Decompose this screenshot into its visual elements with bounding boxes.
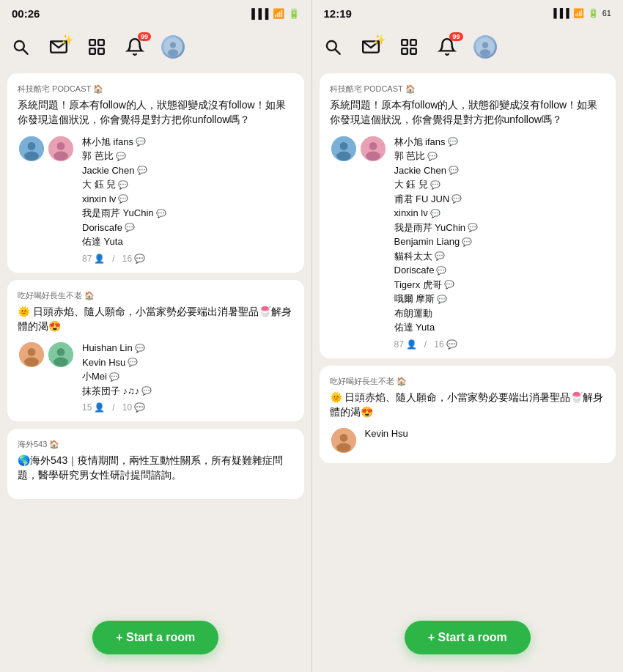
expanded-room-channel: 科技酷宅 PODCAST 🏠 — [330, 84, 606, 95]
grid-button[interactable] — [85, 35, 108, 59]
signal-icon: ▐▐▐ — [248, 8, 269, 19]
speaker-2-3: 小Mei 💬 — [82, 369, 294, 384]
chat-icon: 💬 — [128, 356, 138, 369]
speaker-1-7: Doriscafe 💬 — [82, 221, 294, 235]
svg-point-18 — [24, 358, 39, 367]
left-status-icons: ▐▐▐ 📶 🔋 — [248, 8, 300, 19]
start-room-button-right[interactable]: + Start a room — [405, 621, 531, 654]
exp-speaker-11: Tigerx 虎哥 💬 — [394, 278, 606, 292]
exp-speaker-6: xinxin lv 💬 — [394, 206, 606, 221]
right-time: 12:19 — [324, 7, 352, 20]
speaker-2-1: Huishan Lin 💬 — [82, 341, 294, 355]
right-scroll-area[interactable]: 科技酷宅 PODCAST 🏠 系統問題！原本有follow的人，狀態卻變成沒有f… — [312, 67, 624, 672]
chat-icon: 💬 — [137, 164, 147, 177]
room-channel-1: 科技酷宅 PODCAST 🏠 — [18, 84, 294, 95]
exp-speaker-1: 林小旭 ifans 💬 — [394, 135, 606, 149]
svg-point-12 — [24, 151, 39, 160]
room-body-1: 林小旭 ifans 💬 郭 芭比 💬 Jackie Chen 💬 大 鈺 兒 💬 — [18, 135, 294, 264]
bell-badge-r: 99 — [449, 32, 462, 41]
speaker-1-1: 林小旭 ifans 💬 — [82, 135, 294, 149]
speaker-1-3: Jackie Chen 💬 — [82, 163, 294, 178]
home-icon-2: 🏠 — [84, 291, 95, 300]
user-avatar-r — [473, 35, 497, 59]
avatar-button-r[interactable] — [473, 35, 497, 59]
exp-comment-count: 16 💬 — [434, 339, 457, 350]
right-room-channel-2: 吃好喝好長生不老 🏠 — [330, 376, 606, 387]
battery-icon: 🔋 — [288, 8, 300, 19]
mail-button[interactable]: ✨ — [47, 35, 70, 59]
expanded-room-body: 林小旭 ifans 💬 郭 芭比 💬 Jackie Chen 💬 大 鈺 兒 💬 — [330, 135, 606, 350]
room-card-2[interactable]: 吃好喝好長生不老 🏠 🌞 日頭赤焰、隨人願命，小當家勢必要端出消暑聖品🍧解身體的… — [7, 280, 304, 422]
exp-listener-count: 87 👤 — [394, 339, 417, 350]
svg-rect-27 — [402, 48, 408, 54]
svg-point-8 — [170, 43, 176, 48]
exp-speaker-4: 大 鈺 兒 💬 — [394, 177, 606, 192]
right-room-card-2[interactable]: 吃好喝好長生不老 🏠 🌞 日頭赤焰、隨人願命，小當家勢必要端出消暑聖品🍧解身體的… — [320, 366, 616, 464]
svg-line-1 — [23, 50, 28, 54]
chat-icon: 💬 — [135, 342, 145, 355]
avatar-button[interactable] — [161, 35, 185, 59]
speaker-1-5: xinxin lv 💬 — [82, 192, 294, 207]
exp-speaker-8: Benjamin Liang 💬 — [394, 235, 606, 249]
chat-icon: 💬 — [116, 150, 126, 163]
svg-point-17 — [28, 348, 36, 356]
grid-button-r[interactable] — [397, 35, 421, 59]
chat-icon: 💬 — [141, 385, 152, 397]
bell-button[interactable]: 99 — [123, 35, 147, 59]
svg-rect-4 — [98, 40, 104, 45]
avatar-2b — [47, 341, 75, 369]
user-avatar — [161, 35, 185, 59]
battery-icon-r: 🔋 — [588, 8, 599, 18]
search-button-r[interactable] — [321, 35, 344, 59]
svg-point-14 — [57, 142, 65, 150]
search-button[interactable] — [9, 35, 32, 59]
svg-point-40 — [336, 443, 351, 453]
wifi-icon-r: 📶 — [573, 8, 584, 18]
right-nav-bar: ✨ 99 — [312, 26, 624, 67]
room-card-3[interactable]: 海外543 🏠 🌎海外543｜疫情期間，兩性互動性關系，所有疑難雜症問題，醫學研… — [7, 429, 304, 499]
speaker-2-2: Kevin Hsu 💬 — [82, 355, 294, 370]
svg-point-39 — [339, 434, 347, 442]
expanded-room-speakers: 林小旭 ifans 💬 郭 芭比 💬 Jackie Chen 💬 大 鈺 兒 💬 — [394, 135, 606, 350]
wifi-icon: 📶 — [273, 8, 284, 19]
svg-point-20 — [57, 348, 65, 356]
left-status-bar: 00:26 ▐▐▐ 📶 🔋 — [0, 0, 312, 26]
chat-icon: 💬 — [156, 207, 166, 220]
speaker-1-2: 郭 芭比 💬 — [82, 149, 294, 163]
expanded-room-card[interactable]: 科技酷宅 PODCAST 🏠 系統問題！原本有follow的人，狀態卻變成沒有f… — [320, 73, 616, 358]
bell-badge: 99 — [138, 32, 151, 41]
room-speakers-1: 林小旭 ifans 💬 郭 芭比 💬 Jackie Chen 💬 大 鈺 兒 💬 — [82, 135, 294, 264]
signal-icon-r: ▐▐▐ — [550, 8, 569, 18]
svg-rect-6 — [98, 48, 104, 54]
home-icon-1: 🏠 — [93, 84, 103, 94]
speaker-1-6: 我是雨芹 YuChin 💬 — [82, 206, 294, 221]
left-scroll-area[interactable]: 科技酷宅 PODCAST 🏠 系統問題！原本有follow的人，狀態卻變成沒有f… — [0, 67, 312, 672]
chat-icon: 💬 — [118, 193, 128, 205]
chat-icon: 💬 — [125, 221, 135, 234]
expanded-room-title: 系統問題！原本有follow的人，狀態卻變成沒有follow！如果你發現這個狀況… — [330, 97, 606, 128]
chat-icon: 💬 — [118, 179, 128, 191]
room-title-2: 🌞 日頭赤焰、隨人願命，小當家勢必要端出消暑聖品🍧解身體的渴😍 — [18, 304, 294, 334]
svg-point-11 — [28, 142, 36, 150]
comment-count-2: 10 💬 — [122, 402, 145, 413]
speaker-1-8: 佑達 Yuta — [82, 235, 294, 249]
comment-count-1: 16 💬 — [122, 254, 145, 264]
room-avatars-2 — [18, 341, 75, 413]
left-nav-bar: ✨ 99 — [0, 26, 312, 67]
start-room-button-left[interactable]: + Start a room — [92, 621, 218, 654]
svg-line-23 — [335, 50, 339, 54]
svg-point-33 — [339, 142, 347, 150]
right-room-avatars-2 — [330, 427, 358, 454]
mail-button-r[interactable]: ✨ — [359, 35, 383, 59]
exp-speaker-13: 布朗運動 — [394, 306, 606, 321]
home-icon-exp: 🏠 — [405, 84, 416, 94]
home-icon-r2: 🏠 — [397, 377, 407, 386]
right-room-body-2: Kevin Hsu — [330, 427, 606, 454]
bell-button-r[interactable]: 99 — [435, 35, 459, 59]
room-card-1[interactable]: 科技酷宅 PODCAST 🏠 系統問題！原本有follow的人，狀態卻變成沒有f… — [7, 73, 304, 273]
avatar-2a — [18, 341, 45, 369]
room-speakers-2: Huishan Lin 💬 Kevin Hsu 💬 小Mei 💬 抹茶団子 ♪♫… — [82, 341, 294, 413]
svg-point-34 — [336, 151, 351, 160]
svg-point-21 — [54, 358, 68, 367]
chat-icon: 💬 — [136, 136, 146, 148]
